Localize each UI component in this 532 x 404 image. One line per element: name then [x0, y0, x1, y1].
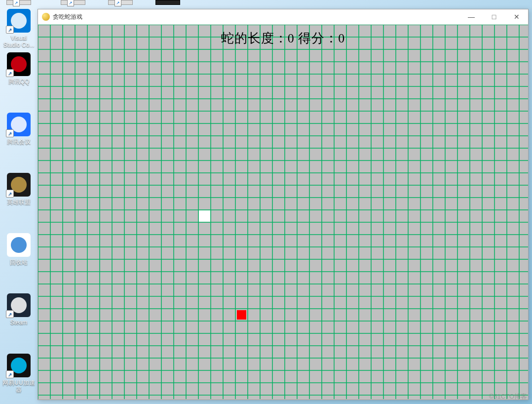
desktop-icon-label: 回收站 [0, 259, 38, 266]
desktop-icon-label: 腾讯QQ [0, 78, 38, 85]
game-grid [38, 25, 528, 399]
desktop-icon[interactable]: 回收站 [0, 233, 38, 266]
desktop-icon[interactable]: ↗英雄联盟 [0, 173, 38, 205]
app-icon: ↗ [7, 293, 31, 317]
desktop-top-icon[interactable] [149, 0, 187, 7]
app-icon: ↗ [7, 354, 31, 377]
watermark: ©51CTO博客 [489, 392, 527, 401]
desktop-top-icon[interactable]: ↗ [102, 0, 139, 7]
desktop-top-icon[interactable]: ↗ [0, 0, 38, 7]
desktop-icon-label: 网易UU加速 器 [0, 379, 38, 393]
snake-head [199, 210, 210, 222]
food [237, 310, 246, 320]
desktop-icon[interactable]: ↗网易UU加速 器 [0, 354, 38, 393]
maximize-button[interactable]: □ [483, 9, 505, 24]
app-icon [7, 233, 31, 257]
desktop-background: ↗ ↗ ↗ ↗Visual Studio Co...↗腾讯QQ↗腾讯会议↗英雄联… [0, 0, 532, 404]
shortcut-arrow-icon: ↗ [6, 69, 14, 77]
app-icon: ↗ [7, 52, 31, 76]
app-icon [42, 13, 50, 21]
shortcut-arrow-icon: ↗ [6, 129, 14, 137]
desktop-top-icon[interactable]: ↗ [54, 0, 92, 7]
desktop-icon[interactable]: ↗腾讯会议 [0, 113, 38, 145]
titlebar[interactable]: 贪吃蛇游戏 — □ ✕ [38, 9, 528, 25]
desktop-icon[interactable]: ↗Steam [0, 293, 38, 326]
desktop-icon[interactable]: ↗腾讯QQ [0, 52, 38, 85]
desktop-icon-label: 英雄联盟 [0, 199, 38, 205]
desktop-icon-label: Visual Studio Co... [0, 35, 38, 48]
shortcut-arrow-icon: ↗ [6, 310, 14, 318]
shortcut-arrow-icon: ↗ [6, 370, 14, 378]
app-icon: ↗ [7, 9, 31, 33]
desktop-icon-label: Steam [0, 319, 38, 326]
minimize-button[interactable]: — [460, 9, 483, 24]
desktop-icon[interactable]: ↗Visual Studio Co... [0, 9, 38, 48]
game-canvas[interactable]: 蛇的长度：0 得分：0 [38, 25, 528, 400]
window-title: 贪吃蛇游戏 [53, 13, 460, 21]
shortcut-arrow-icon: ↗ [6, 26, 14, 34]
app-icon: ↗ [7, 173, 31, 197]
app-icon: ↗ [7, 113, 31, 136]
desktop-icon-label: 腾讯会议 [0, 138, 38, 145]
close-button[interactable]: ✕ [505, 9, 528, 24]
game-window: 贪吃蛇游戏 — □ ✕ 蛇的长度：0 得分：0 [38, 9, 529, 400]
shortcut-arrow-icon: ↗ [6, 190, 14, 198]
hud-text: 蛇的长度：0 得分：0 [38, 30, 528, 47]
